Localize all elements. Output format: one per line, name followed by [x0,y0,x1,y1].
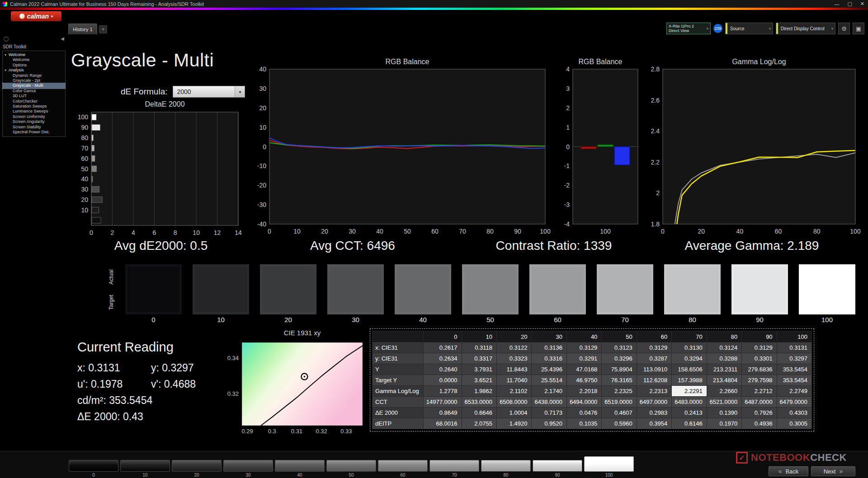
table-cell[interactable]: 2.2749 [777,386,811,397]
table-cell[interactable]: 2.2712 [742,386,777,397]
table-cell[interactable]: 1.4920 [496,418,531,429]
table-cell[interactable]: 47.0168 [566,364,601,375]
table-cell[interactable]: 279.7598 [742,375,777,386]
display-icon[interactable]: ▣ [853,23,864,34]
table-cell[interactable]: 353.5454 [777,364,811,375]
table-cell[interactable]: 158.6506 [672,364,707,375]
sidebar-item-grayscale-2pt[interactable]: Grayscale - 2pt [3,78,65,83]
sidebar-item-dynamic-range[interactable]: Dynamic Range [3,73,65,78]
table-cell[interactable]: 0.2983 [637,408,671,418]
table-cell[interactable]: 1.0004 [496,408,531,418]
source-dropdown[interactable]: Source ▾ [725,23,773,34]
table-cell[interactable]: 6494.0000 [566,397,601,408]
table-cell[interactable]: 0.3297 [777,353,811,364]
table-cell[interactable]: 0.0476 [566,408,601,418]
table-cell[interactable]: 0.3294 [672,353,707,364]
table-cell[interactable]: 2.2313 [637,386,671,397]
table-cell[interactable]: 0.3131 [777,342,811,353]
sidebar-item-saturation-sweeps[interactable]: Saturation Sweeps [3,104,65,109]
table-cell[interactable]: 0.3323 [496,353,531,364]
table-cell[interactable]: 25.5514 [532,375,566,386]
table-cell[interactable]: 14977.0000 [423,397,462,408]
table-cell[interactable]: 0.4936 [742,418,777,429]
next-button[interactable]: Next » [811,466,855,476]
table-cell[interactable]: 213.4804 [707,375,741,386]
table-cell[interactable]: 6497.0000 [637,397,671,408]
table-cell[interactable]: 112.6208 [637,375,671,386]
table-cell[interactable]: 0.3130 [672,342,707,353]
level-button-90[interactable] [533,460,582,472]
table-cell[interactable]: 2.2325 [602,386,637,397]
table-cell[interactable]: 0.7173 [532,408,566,418]
table-cell[interactable]: 6519.0000 [602,397,637,408]
table-cell[interactable]: 0.3118 [462,342,496,353]
table-cell[interactable]: 0.3954 [637,418,671,429]
sidebar-item-spectral-power-dist[interactable]: Spectral Power Dist. [3,130,65,135]
table-cell[interactable]: 0.3124 [707,342,741,353]
tab-history-1[interactable]: History 1 [68,23,97,34]
table-cell[interactable]: 46.9750 [566,375,601,386]
table-cell[interactable]: 0.4607 [602,408,637,418]
level-button-20[interactable] [172,460,222,472]
table-cell[interactable]: 1.9862 [462,386,496,397]
table-cell[interactable]: 0.3129 [637,342,671,353]
table-cell[interactable]: 3.7931 [462,364,496,375]
level-button-100[interactable] [584,456,634,472]
level-button-60[interactable] [378,460,428,472]
table-cell[interactable]: 25.4396 [532,364,566,375]
table-cell[interactable]: 0.4303 [777,408,811,418]
table-cell[interactable]: 3.6521 [462,375,496,386]
table-cell[interactable]: 0.1035 [566,418,601,429]
sidebar-item-options[interactable]: Options [3,63,65,68]
table-cell[interactable]: 0.2617 [423,342,462,353]
table-cell[interactable]: 76.3165 [602,375,637,386]
table-cell[interactable]: 0.8649 [423,408,462,418]
level-button-70[interactable] [429,460,479,472]
level-button-80[interactable] [481,460,531,472]
table-cell[interactable]: 279.6836 [742,364,777,375]
minimize-button[interactable]: — [834,1,839,7]
sidebar-item-colorchecker[interactable]: ColorChecker [3,99,65,104]
table-cell[interactable]: 113.0910 [637,364,671,375]
tree-group-analysis[interactable]: ▾Analysis [3,68,65,73]
table-cell[interactable]: 0.7926 [742,408,777,418]
meter-dropdown[interactable]: X-Rite i1Pro 2 Direct View ▾ [666,23,711,34]
table-cell[interactable]: 213.2311 [707,364,741,375]
table-cell[interactable]: 2.2291 [672,386,707,397]
table-cell[interactable]: 0.9520 [532,418,566,429]
sidebar-item-screen-uniformity[interactable]: Screen Uniformity [3,114,65,119]
table-cell[interactable]: 6438.0000 [532,397,566,408]
table-cell[interactable]: 157.3988 [672,375,707,386]
table-cell[interactable]: 2.2660 [707,386,741,397]
sidebar-item-grayscale-multi[interactable]: Grayscale - Multi [3,83,65,88]
table-cell[interactable]: 6483.0000 [672,397,707,408]
table-cell[interactable]: 6487.0000 [742,397,777,408]
table-cell[interactable]: 0.3296 [602,353,637,364]
table-cell[interactable]: 0.3123 [602,342,637,353]
display-control-dropdown[interactable]: Direct Display Control ▾ [776,23,835,34]
table-cell[interactable]: 0.0000 [423,375,462,386]
table-cell[interactable]: 0.3129 [742,342,777,353]
level-button-40[interactable] [275,460,325,472]
table-cell[interactable]: 6508.0000 [496,397,531,408]
table-cell[interactable]: 6479.0000 [777,397,811,408]
table-cell[interactable]: 0.2634 [423,353,462,364]
sidebar-item-3d-lut[interactable]: 3D LUT [3,94,65,98]
table-cell[interactable]: 11.7040 [496,375,531,386]
table-cell[interactable]: 11.8443 [496,364,531,375]
close-button[interactable]: ✕ [860,1,864,7]
tree-group-welcome[interactable]: ▾Welcome [3,52,65,57]
table-cell[interactable]: 2.0755 [462,418,496,429]
table-cell[interactable]: 0.1390 [707,408,741,418]
table-cell[interactable]: 0.3129 [566,342,601,353]
table-cell[interactable]: 2.1102 [496,386,531,397]
table-cell[interactable]: 0.3317 [462,353,496,364]
table-cell[interactable]: 6521.0000 [707,397,741,408]
level-button-10[interactable] [120,460,170,472]
sidebar-item-screen-angularity[interactable]: Screen Angularity [3,119,65,124]
maximize-button[interactable]: ▢ [847,1,852,7]
table-cell[interactable]: 0.2640 [423,364,462,375]
back-button[interactable]: « Back [769,466,808,476]
level-button-50[interactable] [326,460,376,472]
table-cell[interactable]: 6533.0000 [462,397,496,408]
